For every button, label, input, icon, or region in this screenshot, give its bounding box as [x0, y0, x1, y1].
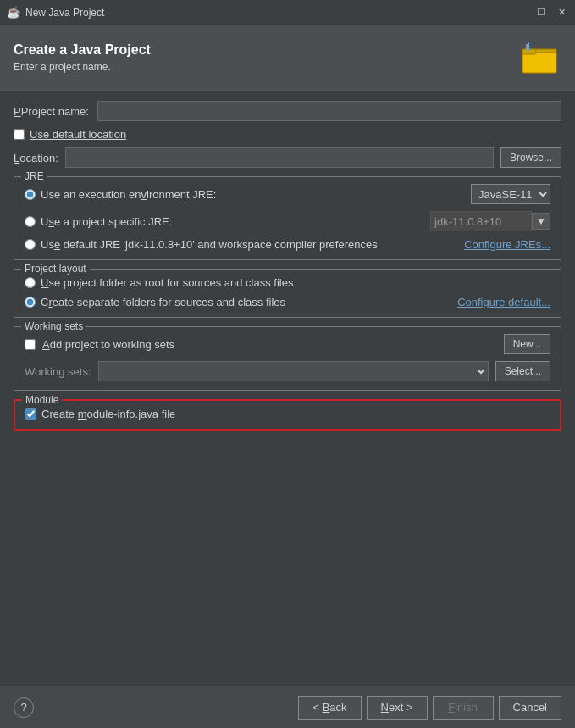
svg-rect-1: [522, 53, 556, 73]
finish-button[interactable]: Finish: [433, 696, 494, 720]
browse-button[interactable]: Browse...: [500, 147, 561, 168]
add-to-working-sets-label[interactable]: Add project to working sets: [42, 338, 497, 351]
jre-specific-radio[interactable]: [25, 216, 36, 227]
jre-default-radio[interactable]: [25, 239, 36, 250]
jre-group-label: JRE: [21, 170, 47, 182]
folder-icon: [521, 37, 561, 78]
jre-environment-select[interactable]: JavaSE-11 JavaSE-8 JavaSE-17: [471, 184, 550, 204]
layout-root-label[interactable]: Use project folder as root for sources a…: [41, 276, 550, 289]
use-default-location-checkbox[interactable]: [14, 129, 25, 140]
working-sets-new-button[interactable]: New...: [504, 334, 550, 354]
jre-option1-row: Use an execution environment JRE: JavaSE…: [25, 184, 550, 204]
back-button[interactable]: < Back: [298, 696, 361, 720]
dialog-content: PProject name: Use default location Loca…: [0, 91, 575, 449]
create-module-info-label[interactable]: Create module-info.java file: [41, 408, 175, 420]
layout-option1-row: Use project folder as root for sources a…: [25, 276, 550, 289]
bottom-bar: ? < Back Next > Finish Cancel: [0, 686, 575, 728]
jre-environment-radio[interactable]: [25, 189, 36, 200]
layout-separate-radio[interactable]: [25, 297, 36, 308]
maximize-button[interactable]: ☐: [534, 6, 548, 19]
working-sets-field-label: Working sets:: [25, 365, 91, 378]
location-label: Location:: [14, 152, 58, 164]
cancel-button[interactable]: Cancel: [499, 696, 561, 720]
minimize-button[interactable]: —: [514, 6, 528, 19]
working-sets-select-button[interactable]: Select...: [495, 361, 550, 381]
jre-environment-label[interactable]: Use an execution environment JRE:: [41, 188, 471, 201]
use-default-location-label[interactable]: Use default location: [30, 128, 126, 141]
layout-option2-row: Create separate folders for sources and …: [25, 296, 550, 308]
working-sets-checkbox-row: Add project to working sets New...: [25, 334, 550, 354]
working-sets-label: Working sets: [21, 320, 86, 332]
project-name-label: PProject name:: [14, 105, 89, 118]
configure-default-link[interactable]: Configure default...: [457, 296, 550, 308]
svg-rect-4: [528, 42, 529, 46]
jre-default-label[interactable]: Use default JRE 'jdk-11.0.8+10' and work…: [41, 238, 457, 251]
jre-option3-row: Use default JRE 'jdk-11.0.8+10' and work…: [25, 238, 550, 251]
layout-separate-label[interactable]: Create separate folders for sources and …: [41, 296, 451, 308]
location-row: Location: Browse...: [14, 147, 561, 168]
jre-group: JRE Use an execution environment JRE: Ja…: [14, 176, 561, 260]
dialog-buttons: < Back Next > Finish Cancel: [298, 696, 561, 720]
working-sets-group: Working sets Add project to working sets…: [14, 326, 561, 391]
dialog-title: Create a Java Project: [14, 42, 151, 58]
project-layout-group: Project layout Use project folder as roo…: [14, 269, 561, 318]
close-button[interactable]: ✕: [555, 6, 568, 19]
use-default-location-row: Use default location: [14, 128, 561, 141]
help-button[interactable]: ?: [14, 697, 34, 718]
working-sets-field-row: Working sets: Select...: [25, 361, 550, 381]
module-group-label: Module: [22, 394, 62, 406]
layout-root-radio[interactable]: [25, 277, 36, 288]
module-group: Module Create module-info.java file: [14, 399, 561, 431]
configure-jres-link[interactable]: Configure JREs...: [464, 238, 550, 251]
project-layout-label: Project layout: [21, 263, 90, 275]
create-module-info-checkbox[interactable]: [25, 408, 36, 420]
working-sets-select[interactable]: [98, 361, 489, 381]
module-checkbox-row: Create module-info.java file: [25, 408, 550, 420]
window-controls: — ☐ ✕: [514, 6, 568, 19]
dialog-header: Create a Java Project Enter a project na…: [0, 25, 575, 91]
window-title: New Java Project: [25, 7, 514, 19]
next-button[interactable]: Next >: [367, 696, 428, 720]
add-to-working-sets-checkbox[interactable]: [25, 339, 36, 350]
titlebar: ☕ New Java Project — ☐ ✕: [0, 0, 575, 25]
app-icon: ☕: [7, 6, 20, 19]
jre-specific-input-wrap: ▼: [430, 211, 550, 231]
jre-option2-row: Use a project specific JRE: ▼: [25, 211, 550, 231]
jre-specific-input: [430, 211, 532, 231]
dialog-subtitle: Enter a project name.: [14, 61, 151, 73]
project-name-row: PProject name:: [14, 101, 561, 121]
jre-specific-label[interactable]: Use a project specific JRE:: [41, 215, 430, 228]
jre-specific-dropdown[interactable]: ▼: [532, 213, 550, 230]
project-name-input[interactable]: [97, 101, 561, 121]
location-input[interactable]: [65, 147, 494, 168]
jre-environment-select-wrap: JavaSE-11 JavaSE-8 JavaSE-17: [471, 184, 550, 204]
header-text: Create a Java Project Enter a project na…: [14, 42, 151, 73]
